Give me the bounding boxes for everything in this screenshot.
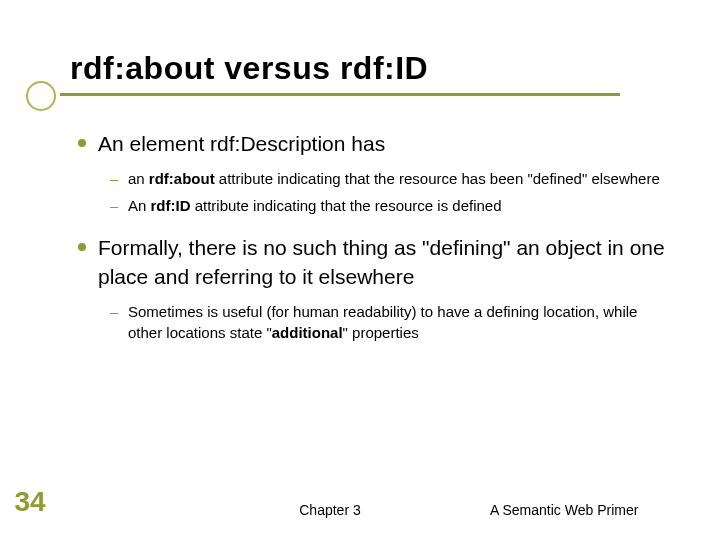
bold-text: rdf:ID	[151, 197, 191, 214]
bullet-level2: Sometimes is useful (for human readabili…	[128, 301, 670, 343]
slide: rdf:about versus rdf:ID An element rdf:D…	[0, 0, 720, 540]
text: attribute indicating that the resource h…	[215, 170, 660, 187]
bullet-level2: An rdf:ID attribute indicating that the …	[128, 195, 670, 216]
footer-right: A Semantic Web Primer	[490, 502, 720, 518]
footer-center: Chapter 3	[60, 502, 490, 518]
bold-text: rdf:about	[149, 170, 215, 187]
sub-bullet-group: an rdf:about attribute indicating that t…	[98, 168, 670, 216]
text: an	[128, 170, 149, 187]
bullet-level1: Formally, there is no such thing as "def…	[98, 234, 670, 291]
page-number: 34	[0, 486, 60, 518]
content-area: An element rdf:Description has an rdf:ab…	[70, 130, 670, 343]
footer: 34 Chapter 3 A Semantic Web Primer	[0, 486, 720, 518]
bold-text: additional	[272, 324, 343, 341]
text: An	[128, 197, 151, 214]
sub-bullet-group: Sometimes is useful (for human readabili…	[98, 301, 670, 343]
text: " properties	[343, 324, 419, 341]
title-underline	[60, 93, 620, 96]
text: attribute indicating that the resource i…	[191, 197, 502, 214]
slide-title: rdf:about versus rdf:ID	[70, 50, 670, 87]
bullet-level2: an rdf:about attribute indicating that t…	[128, 168, 670, 189]
bullet-level1: An element rdf:Description has	[98, 130, 670, 158]
